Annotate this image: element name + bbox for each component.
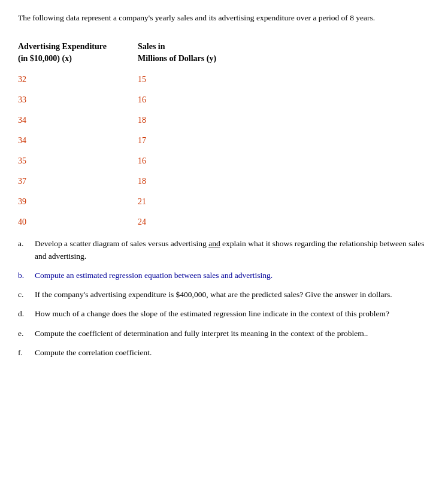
table-row: 3215 [18, 75, 430, 84]
cell-y-2: 18 [138, 116, 146, 125]
question-text-4: Compute the coefficient of determination… [35, 328, 368, 340]
cell-x-1: 33 [18, 95, 138, 105]
question-label-4: e. [18, 328, 35, 340]
question-label-5: f. [18, 347, 35, 359]
col1-header: Advertising Expenditure (in $10,000) (x) [18, 41, 138, 64]
cell-x-7: 40 [18, 217, 138, 227]
table-row: 4024 [18, 217, 430, 227]
cell-y-6: 21 [138, 197, 146, 207]
table-row: 3417 [18, 136, 430, 146]
cell-x-4: 35 [18, 156, 138, 166]
question-label-3: d. [18, 308, 35, 320]
question-text-0: Develop a scatter diagram of sales versu… [35, 238, 430, 262]
table-row: 3921 [18, 197, 430, 207]
table-row: 3316 [18, 95, 430, 105]
question-text-2: If the company's advertising expenditure… [35, 289, 392, 301]
cell-x-3: 34 [18, 136, 138, 146]
col2-header: Sales in Millions of Dollars (y) [138, 41, 216, 64]
table-headers: Advertising Expenditure (in $10,000) (x)… [18, 41, 430, 64]
cell-y-4: 16 [138, 156, 146, 166]
cell-x-2: 34 [18, 116, 138, 125]
question-item-b: b.Compute an estimated regression equati… [18, 270, 430, 282]
question-label-0: a. [18, 238, 35, 262]
cell-x-0: 32 [18, 75, 138, 84]
cell-y-7: 24 [138, 217, 146, 227]
question-item-f: f.Compute the correlation coefficient. [18, 347, 430, 359]
question-item-c: c.If the company's advertising expenditu… [18, 289, 430, 301]
question-text-5: Compute the correlation coefficient. [35, 347, 152, 359]
questions-section: a.Develop a scatter diagram of sales ver… [18, 238, 430, 359]
cell-y-0: 15 [138, 75, 146, 84]
cell-y-3: 17 [138, 136, 146, 146]
table-row: 3516 [18, 156, 430, 166]
cell-x-5: 37 [18, 177, 138, 186]
question-item-d: d.How much of a change does the slope of… [18, 308, 430, 320]
cell-y-1: 16 [138, 95, 146, 105]
table-row: 3418 [18, 116, 430, 125]
question-text-1: Compute an estimated regression equation… [35, 270, 273, 282]
data-table: 32153316341834173516371839214024 [18, 75, 430, 227]
question-label-1: b. [18, 270, 35, 282]
table-row: 3718 [18, 177, 430, 186]
intro-text: The following data represent a company's… [18, 12, 430, 24]
cell-x-6: 39 [18, 197, 138, 207]
question-text-3: How much of a change does the slope of t… [35, 308, 389, 320]
question-label-2: c. [18, 289, 35, 301]
cell-y-5: 18 [138, 177, 146, 186]
question-item-a: a.Develop a scatter diagram of sales ver… [18, 238, 430, 262]
question-item-e: e.Compute the coefficient of determinati… [18, 328, 430, 340]
